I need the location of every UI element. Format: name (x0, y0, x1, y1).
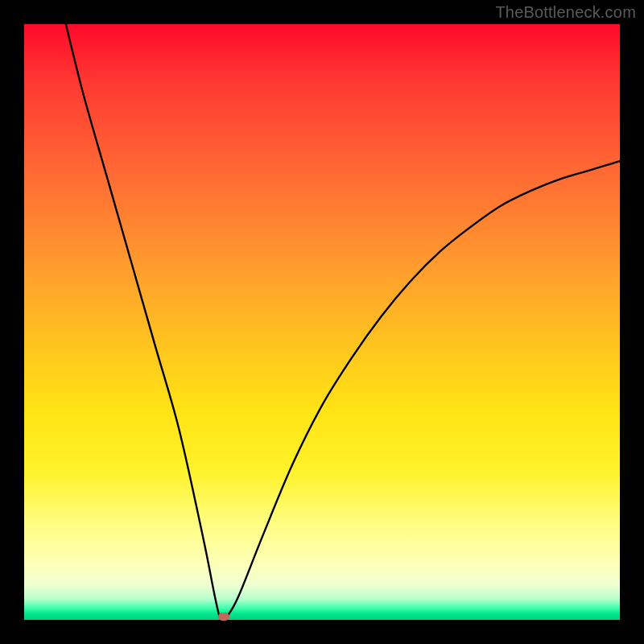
bottleneck-curve (24, 24, 620, 620)
minimum-marker (218, 613, 229, 621)
chart-frame: TheBottleneck.com (0, 0, 644, 644)
watermark-text: TheBottleneck.com (495, 3, 636, 22)
plot-area (24, 24, 620, 620)
